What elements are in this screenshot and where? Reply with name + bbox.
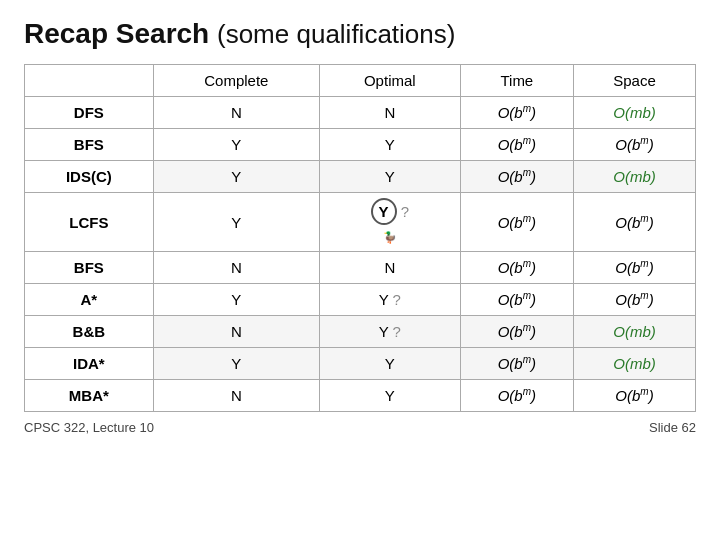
comparison-table: Complete Optimal Time Space DFSNNO(bm)O(… bbox=[24, 64, 696, 412]
header-optimal: Optimal bbox=[319, 65, 460, 97]
header-empty bbox=[25, 65, 154, 97]
table-row: MBA*NYO(bm)O(bm) bbox=[25, 380, 696, 412]
row-label: IDS(C) bbox=[25, 161, 154, 193]
table-row: BFSNNO(bm)O(bm) bbox=[25, 252, 696, 284]
cell-optimal: Y ? bbox=[319, 316, 460, 348]
table-header-row: Complete Optimal Time Space bbox=[25, 65, 696, 97]
cell-complete: Y bbox=[153, 284, 319, 316]
row-label: IDA* bbox=[25, 348, 154, 380]
cell-space: O(mb) bbox=[574, 161, 696, 193]
row-label: MBA* bbox=[25, 380, 154, 412]
table-row: BFSYYO(bm)O(bm) bbox=[25, 129, 696, 161]
table-row: IDA*YYO(bm)O(mb) bbox=[25, 348, 696, 380]
row-label: BFS bbox=[25, 129, 154, 161]
row-label: A* bbox=[25, 284, 154, 316]
cell-time: O(bm) bbox=[460, 316, 573, 348]
table-row: IDS(C)YYO(bm)O(mb) bbox=[25, 161, 696, 193]
cell-complete: N bbox=[153, 252, 319, 284]
footer: CPSC 322, Lecture 10 Slide 62 bbox=[24, 420, 696, 435]
cell-space: O(bm) bbox=[574, 193, 696, 252]
cell-optimal: Y bbox=[319, 129, 460, 161]
cell-optimal: Y bbox=[319, 161, 460, 193]
cell-optimal: Y ? bbox=[319, 284, 460, 316]
page-title: Recap Search (some qualifications) bbox=[24, 18, 696, 50]
row-label: LCFS bbox=[25, 193, 154, 252]
footer-left: CPSC 322, Lecture 10 bbox=[24, 420, 154, 435]
cell-complete: N bbox=[153, 380, 319, 412]
cell-time: O(bm) bbox=[460, 284, 573, 316]
row-label: B&B bbox=[25, 316, 154, 348]
cell-time: O(bm) bbox=[460, 97, 573, 129]
cell-time: O(bm) bbox=[460, 252, 573, 284]
header-space: Space bbox=[574, 65, 696, 97]
cell-space: O(bm) bbox=[574, 284, 696, 316]
cell-space: O(bm) bbox=[574, 380, 696, 412]
cell-time: O(bm) bbox=[460, 348, 573, 380]
cell-time: O(bm) bbox=[460, 193, 573, 252]
page: Recap Search (some qualifications) Compl… bbox=[0, 0, 720, 540]
table-row: LCFSYY ?🦆O(bm)O(bm) bbox=[25, 193, 696, 252]
cell-optimal: Y bbox=[319, 380, 460, 412]
cell-complete: Y bbox=[153, 348, 319, 380]
title-main: Recap Search bbox=[24, 18, 209, 49]
cell-complete: N bbox=[153, 316, 319, 348]
table-row: B&BNY ?O(bm)O(mb) bbox=[25, 316, 696, 348]
table-row: A*YY ?O(bm)O(bm) bbox=[25, 284, 696, 316]
cell-complete: Y bbox=[153, 193, 319, 252]
row-label: DFS bbox=[25, 97, 154, 129]
cell-space: O(mb) bbox=[574, 316, 696, 348]
cell-optimal: Y ?🦆 bbox=[319, 193, 460, 252]
cell-time: O(bm) bbox=[460, 129, 573, 161]
cell-space: O(mb) bbox=[574, 97, 696, 129]
header-time: Time bbox=[460, 65, 573, 97]
cell-space: O(bm) bbox=[574, 129, 696, 161]
cell-optimal: N bbox=[319, 97, 460, 129]
header-complete: Complete bbox=[153, 65, 319, 97]
cell-optimal: N bbox=[319, 252, 460, 284]
cell-time: O(bm) bbox=[460, 161, 573, 193]
cell-complete: Y bbox=[153, 129, 319, 161]
table-row: DFSNNO(bm)O(mb) bbox=[25, 97, 696, 129]
cell-time: O(bm) bbox=[460, 380, 573, 412]
footer-right: Slide 62 bbox=[649, 420, 696, 435]
cell-complete: Y bbox=[153, 161, 319, 193]
cell-space: O(mb) bbox=[574, 348, 696, 380]
cell-complete: N bbox=[153, 97, 319, 129]
row-label: BFS bbox=[25, 252, 154, 284]
cell-optimal: Y bbox=[319, 348, 460, 380]
cell-space: O(bm) bbox=[574, 252, 696, 284]
title-sub: (some qualifications) bbox=[217, 19, 455, 49]
